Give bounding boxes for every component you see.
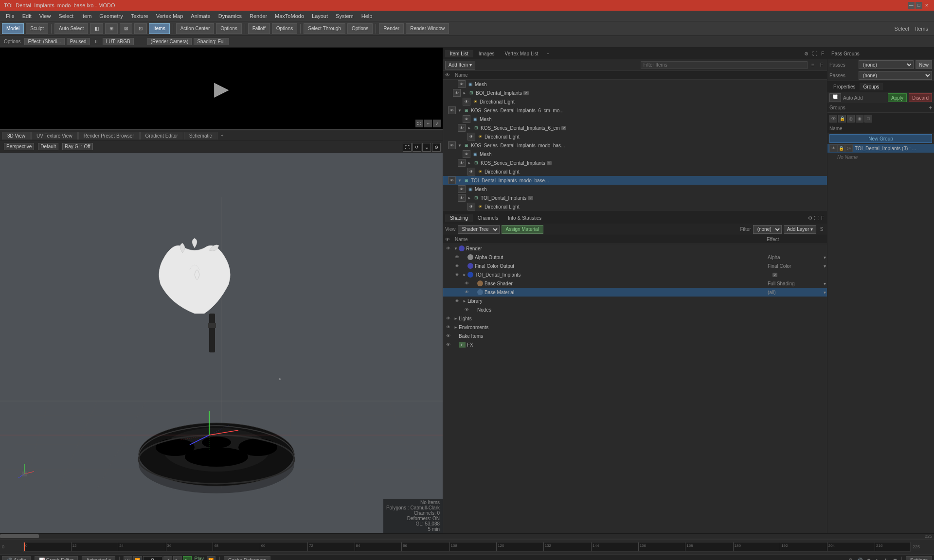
status-icon-5[interactable]: ⏸ <box>884 558 889 560</box>
eye-dirlight1[interactable]: 👁 <box>463 98 470 105</box>
tree-item-dirlight3[interactable]: 👁 ☀ Directional Light <box>443 167 827 176</box>
groups-icon-btn-1[interactable]: 👁 <box>829 115 837 122</box>
animated-button[interactable]: Animated ▾ <box>82 556 115 560</box>
filter-btn-1[interactable]: ≡ <box>809 62 816 69</box>
shader-toi-folder[interactable]: 👁 ► TOI_Dental_Implants 2 <box>443 270 827 279</box>
preview-ctrl-3[interactable]: ⤢ <box>433 120 441 127</box>
assign-material-button[interactable]: Assign Material <box>502 225 543 234</box>
status-icon-2[interactable]: 🔊 <box>857 558 862 560</box>
status-icon-4[interactable]: ⏵ <box>875 558 880 560</box>
tab-images[interactable]: Images <box>474 50 500 57</box>
status-icon-3[interactable]: ⏺ <box>866 558 871 560</box>
3d-viewport[interactable]: Perspective Default Ray GL: Off ⛶ ↺ ⌕ ⚙ <box>0 141 443 533</box>
transport-start[interactable]: ⏮ <box>124 556 132 560</box>
toolbar-icon-btn-4[interactable]: ⊡ <box>134 23 147 34</box>
eye-mesh4[interactable]: 👁 <box>458 185 466 193</box>
tree-item-mesh3[interactable]: 👁 ▣ Mesh <box>443 150 827 158</box>
raygl-select[interactable]: Ray GL: Off <box>62 143 93 150</box>
panel-icon-1[interactable]: ⚙ <box>803 50 809 57</box>
filter-items-input[interactable] <box>641 61 808 69</box>
panel-icon-2[interactable]: ⛶ <box>811 50 818 57</box>
eye-toi-imp[interactable]: 👁 <box>458 194 466 202</box>
eye-library[interactable]: 👁 <box>453 297 461 305</box>
groups-icon-btn-4[interactable]: ◉ <box>856 115 863 122</box>
timeline-bar[interactable]: 0 12 24 36 48 60 72 84 96 108 120 132 14… <box>23 542 911 552</box>
menu-help[interactable]: Help <box>358 12 377 20</box>
shader-environments[interactable]: 👁 ► Environments <box>443 323 827 332</box>
vp-icon-3[interactable]: ⌕ <box>422 143 431 152</box>
style-select[interactable]: Default <box>38 143 58 150</box>
eye-nodes[interactable]: 👁 <box>463 306 470 314</box>
preview-ctrl-1[interactable]: ⛶ <box>415 120 423 127</box>
tree-item-mesh1[interactable]: 👁 ▣ Mesh <box>443 80 827 88</box>
eye-dirlight2[interactable]: 👁 <box>467 133 475 140</box>
tree-item-kos6cm2[interactable]: 👁 ► ⊞ KOS_Series_Dental_Implants_6_cm 2 <box>443 123 827 132</box>
auto-add-toggle[interactable] <box>829 93 841 102</box>
panel-icon-3[interactable]: F <box>820 50 825 57</box>
menu-animate[interactable]: Animate <box>187 12 214 20</box>
menu-geometry[interactable]: Geometry <box>95 12 126 20</box>
eye-mesh2[interactable]: 👁 <box>463 115 470 123</box>
eye-mesh1[interactable]: 👁 <box>458 80 466 88</box>
eye-kos-imp[interactable]: 👁 <box>458 159 466 167</box>
groups-icon-btn-3[interactable]: ◎ <box>847 115 855 122</box>
settings-button[interactable]: Settings <box>906 556 932 560</box>
eye-render[interactable]: 👁 <box>444 245 452 252</box>
apply-button[interactable]: Apply <box>888 93 907 102</box>
vp-icon-1[interactable]: ⛶ <box>403 143 412 152</box>
tree-item-mesh2[interactable]: 👁 ▣ Mesh <box>443 115 827 123</box>
current-frame-input[interactable] <box>143 556 162 560</box>
groups-icon-btn-5[interactable]: □ <box>864 115 872 122</box>
menu-vertexmap[interactable]: Vertex Map <box>152 12 187 20</box>
shader-filter-select[interactable]: (none) <box>753 225 782 234</box>
tab-3dview[interactable]: 3D View <box>2 132 31 140</box>
group-eye-icon[interactable]: 👁 <box>829 144 837 152</box>
eye-boi[interactable]: 👁 <box>453 89 461 97</box>
groups-add-button[interactable]: + <box>929 105 932 111</box>
auto-select-button[interactable]: Auto Select <box>54 23 88 34</box>
shading-panel-icon-3[interactable]: F <box>820 214 825 222</box>
eye-toi-base[interactable]: 👁 <box>448 176 456 184</box>
tree-item-dirlight2[interactable]: 👁 ☀ Directional Light <box>443 132 827 141</box>
eye-fx[interactable]: 👁 <box>444 341 452 349</box>
new-pass-button[interactable]: New <box>916 60 932 69</box>
audio-button[interactable]: 🔊 Audio <box>2 556 31 560</box>
options-btn-3[interactable]: Options <box>347 23 373 34</box>
tree-item-kos-imp[interactable]: 👁 ► ⊞ KOS_Series_Dental_Implants 2 <box>443 158 827 167</box>
tree-item-toi-base[interactable]: 👁 ▼ ⊞ TOI_Dental_Implants_modo_base... <box>443 176 827 185</box>
shader-bake-items[interactable]: 👁 Bake Items <box>443 332 827 340</box>
menu-system[interactable]: System <box>332 12 358 20</box>
tab-groups[interactable]: Groups <box>860 83 883 90</box>
group-lock-icon[interactable]: 🔒 <box>837 144 845 152</box>
shader-final-color[interactable]: 👁 Final Color Output Final Color ▾ <box>443 262 827 270</box>
tab-properties[interactable]: Properties <box>829 83 860 90</box>
tab-info-stats[interactable]: Info & Statistics <box>503 214 546 222</box>
vp-icon-4[interactable]: ⚙ <box>432 143 441 152</box>
shader-fx[interactable]: 👁 F FX <box>443 340 827 349</box>
eye-alpha[interactable]: 👁 <box>453 253 461 261</box>
eye-mesh3[interactable]: 👁 <box>463 150 470 158</box>
eye-toi-folder[interactable]: 👁 <box>453 271 461 279</box>
shader-library[interactable]: 👁 ► Library <box>443 297 827 305</box>
model-mode-button[interactable]: Model <box>2 23 24 34</box>
eye-lights[interactable]: 👁 <box>444 315 452 322</box>
eye-dirlight3[interactable]: 👁 <box>467 168 475 175</box>
group-item-toi[interactable]: 👁 🔒 ◎ TOI_Dental_Implants (3) : ... <box>827 144 934 153</box>
preview-ctrl-2[interactable]: ↔ <box>424 120 432 127</box>
menu-edit[interactable]: Edit <box>18 12 36 20</box>
menu-layout[interactable]: Layout <box>308 12 332 20</box>
falloff-button[interactable]: Falloff <box>248 23 270 34</box>
action-center-button[interactable]: Action Center <box>176 23 215 34</box>
playhead[interactable] <box>24 542 25 551</box>
eye-bake-items[interactable]: 👁 <box>444 332 452 340</box>
auto-add-checkbox[interactable] <box>833 94 838 99</box>
shader-filter-btn[interactable]: S <box>818 226 825 233</box>
group-item-noname[interactable]: No Name <box>827 153 934 161</box>
eye-kos-base[interactable]: 👁 <box>448 141 456 149</box>
tab-gradient[interactable]: Gradient Editor <box>140 132 183 140</box>
eye-environments[interactable]: 👁 <box>444 323 452 331</box>
perspective-select[interactable]: Perspective <box>4 143 34 150</box>
maximize-button[interactable]: □ <box>916 2 922 9</box>
toolbar-icon-btn-1[interactable]: ◧ <box>90 23 103 34</box>
tree-item-dirlight1[interactable]: 👁 ☀ Directional Light <box>443 97 827 106</box>
